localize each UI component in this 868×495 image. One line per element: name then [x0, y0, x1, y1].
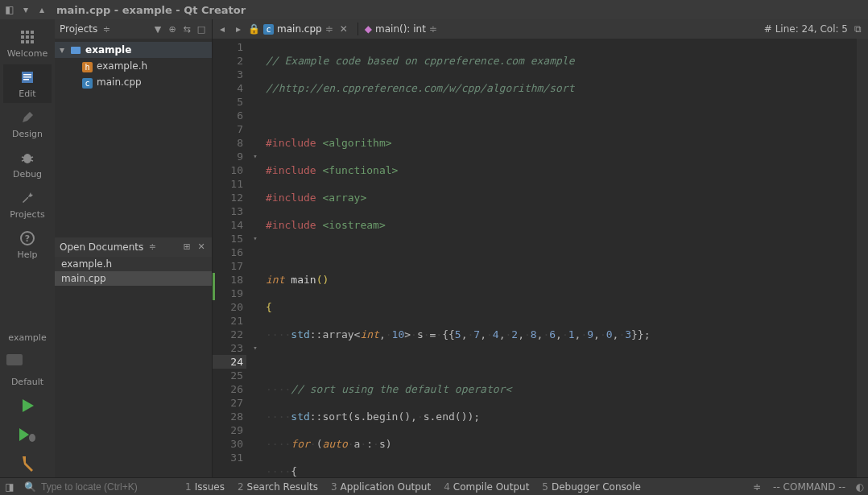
lock-icon[interactable]: 🔒: [248, 23, 260, 35]
run-debug-button[interactable]: [3, 421, 52, 448]
code-token: array: [322, 328, 353, 340]
file-dropdown-icon[interactable]: ≑: [325, 23, 333, 35]
symbol-dropdown-icon[interactable]: ≑: [429, 23, 437, 35]
output-tab-num: 5: [542, 481, 548, 493]
code-token: <iostream>: [322, 219, 385, 231]
mode-projects[interactable]: Projects: [3, 185, 52, 224]
window-minimize-icon[interactable]: ▾: [21, 5, 31, 14]
symbol-diamond-icon: ◆: [365, 23, 372, 35]
output-tab-num: 4: [444, 481, 450, 493]
progress-icon[interactable]: ◐: [852, 481, 868, 493]
tree-file-label: main.cpp: [97, 76, 142, 88]
output-tab-debugger[interactable]: 5Debugger Console: [542, 481, 641, 493]
mode-design[interactable]: Design: [3, 105, 52, 143]
opendocs-close-icon[interactable]: ✕: [196, 241, 207, 253]
mode-design-label: Design: [12, 129, 43, 139]
svg-rect-2: [31, 31, 34, 34]
project-tree[interactable]: ▾ example example.h main.cpp: [55, 39, 212, 237]
chevron-down-icon[interactable]: ▾: [60, 44, 68, 56]
opendoc-item[interactable]: example.h: [55, 257, 212, 271]
code-token: #include: [266, 137, 316, 149]
output-tab-label: Issues: [195, 481, 225, 493]
build-button[interactable]: [3, 450, 52, 477]
mode-help[interactable]: ? Help: [3, 225, 52, 264]
tree-root[interactable]: ▾ example: [55, 42, 212, 58]
status-bar: ◨ 🔍 1Issues 2Search Results 3Application…: [0, 477, 868, 495]
locator-input[interactable]: [41, 481, 162, 493]
editor-filename[interactable]: main.cpp: [277, 23, 322, 35]
locator[interactable]: 🔍: [19, 481, 172, 493]
run-button[interactable]: [3, 392, 52, 419]
code-token: // sort using the default operator<: [291, 383, 511, 395]
mode-welcome-label: Welcome: [7, 48, 48, 59]
window-menu-icon[interactable]: ◧: [5, 5, 14, 14]
opendocs-dropdown-icon[interactable]: ≑: [147, 241, 158, 253]
code-token: auto: [322, 438, 347, 450]
opendoc-item[interactable]: main.cpp: [55, 271, 212, 286]
svg-rect-4: [26, 35, 29, 39]
nav-fwd-icon[interactable]: ▸: [232, 23, 245, 35]
wrench-icon: [19, 189, 36, 207]
link-icon[interactable]: ⊕: [167, 23, 178, 35]
grid-icon: [19, 28, 36, 46]
svg-rect-11: [23, 76, 31, 78]
output-tab-search[interactable]: 2Search Results: [238, 481, 318, 493]
line-gutter[interactable]: 12345678 910111213141516 17181920212223 …: [213, 39, 250, 477]
projects-header: Projects ≑ ▼ ⊕ ⇆ □: [55, 19, 212, 39]
sync-icon[interactable]: ⇆: [181, 23, 192, 35]
filter-icon[interactable]: ▼: [152, 23, 163, 35]
code-token: <functional>: [322, 164, 398, 176]
output-tab-appout[interactable]: 3Application Output: [331, 481, 431, 493]
output-tab-label: Application Output: [341, 481, 432, 493]
tree-file[interactable]: example.h: [55, 58, 212, 74]
output-tab-label: Search Results: [247, 481, 318, 493]
tree-file-label: example.h: [97, 60, 147, 72]
editor: ◂ ▸ 🔒 main.cpp ≑ ✕ ◆ main(): int ≑ # Lin…: [213, 19, 868, 477]
mode-help-label: Help: [17, 250, 37, 260]
line-col-indicator[interactable]: Line: 24, Col: 5: [775, 23, 848, 35]
code-area[interactable]: 12345678 910111213141516 17181920212223 …: [213, 39, 868, 477]
svg-rect-8: [31, 40, 34, 43]
opendocs-split-icon[interactable]: ⊞: [181, 241, 192, 253]
split-icon[interactable]: □: [196, 23, 207, 35]
opendoc-label: example.h: [61, 258, 112, 270]
projects-dropdown-icon[interactable]: ≑: [101, 23, 112, 35]
code-token: end: [436, 410, 454, 423]
cpp-file-icon: [263, 23, 274, 35]
editor-symbol[interactable]: main(): int: [375, 23, 426, 35]
output-tabs: 1Issues 2Search Results 3Application Out…: [172, 481, 747, 493]
code-token: begin: [366, 410, 398, 423]
nav-back-icon[interactable]: ◂: [216, 23, 229, 35]
svg-line-16: [22, 160, 24, 161]
output-tab-issues[interactable]: 1Issues: [185, 481, 225, 493]
mode-welcome[interactable]: Welcome: [3, 24, 52, 63]
toggle-sidebar-icon[interactable]: ◨: [0, 481, 19, 493]
code-token: main: [291, 274, 316, 286]
code-token: int: [266, 274, 284, 286]
fold-column[interactable]: ▾▾ ▾: [250, 39, 261, 477]
mode-debug[interactable]: Debug: [3, 145, 52, 184]
opendocs-header: Open Documents ≑ ⊞ ✕: [55, 237, 212, 257]
code-token: 4: [493, 328, 499, 340]
editor-scrollbar[interactable]: [857, 39, 868, 477]
kit-selector[interactable]: [3, 348, 52, 372]
output-tab-compile[interactable]: 4Compile Output: [444, 481, 529, 493]
separator: [358, 23, 358, 35]
code-token: for: [291, 438, 309, 450]
close-file-icon[interactable]: ✕: [337, 23, 351, 35]
svg-point-13: [23, 154, 31, 163]
tree-file[interactable]: main.cpp: [55, 74, 212, 90]
svg-line-15: [31, 157, 33, 158]
window-maximize-icon[interactable]: ▴: [37, 5, 47, 14]
code-text[interactable]: // Example code based on cppreference.co…: [261, 39, 857, 477]
svg-point-22: [29, 434, 35, 442]
split-editor-icon[interactable]: ⧉: [851, 23, 865, 35]
code-token: sort: [322, 410, 347, 423]
mode-edit[interactable]: Edit: [3, 64, 52, 103]
svg-line-14: [22, 157, 24, 158]
window-titlebar: ◧ ▾ ▴ main.cpp - example - Qt Creator: [0, 0, 868, 19]
cpp-file-icon: [82, 77, 93, 87]
output-dropdown-icon[interactable]: ≑: [747, 481, 767, 493]
search-icon: 🔍: [24, 481, 36, 493]
kit-project[interactable]: example: [3, 329, 52, 346]
